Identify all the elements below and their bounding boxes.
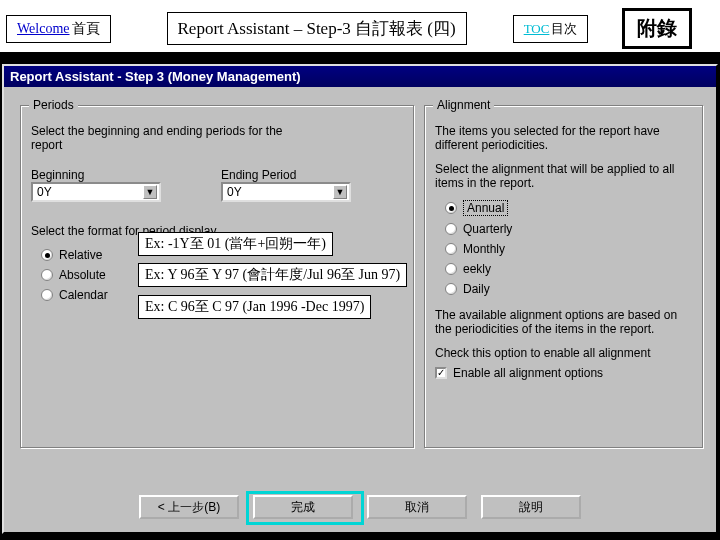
chevron-down-icon[interactable]: ▼: [333, 185, 347, 199]
radio-annual[interactable]: Annual: [445, 200, 693, 216]
help-button[interactable]: 說明: [481, 495, 581, 519]
radio-absolute-label: Absolute: [59, 268, 106, 282]
ending-label: Ending Period: [221, 168, 351, 182]
radio-weekly[interactable]: eekly: [445, 262, 693, 276]
beginning-combo[interactable]: 0Y ▼: [31, 182, 161, 202]
cancel-button[interactable]: 取消: [367, 495, 467, 519]
radio-dot-icon: [41, 269, 53, 281]
radio-monthly-label: Monthly: [463, 242, 505, 256]
radio-monthly[interactable]: Monthly: [445, 242, 693, 256]
alignment-note2: Check this option to enable all alignmen…: [435, 346, 693, 360]
alignment-desc1: The items you selected for the report ha…: [435, 124, 693, 152]
window-titlebar: Report Assistant - Step 3 (Money Managem…: [4, 66, 716, 87]
appendix-link[interactable]: 附錄: [622, 8, 692, 49]
finish-button[interactable]: 完成: [253, 495, 353, 519]
chevron-down-icon[interactable]: ▼: [143, 185, 157, 199]
alignment-note1: The available alignment options are base…: [435, 308, 693, 336]
radio-dot-icon: [41, 249, 53, 261]
enable-all-checkbox[interactable]: ✓ Enable all alignment options: [435, 366, 693, 380]
radio-weekly-label: eekly: [463, 262, 491, 276]
radio-annual-label: Annual: [463, 200, 508, 216]
annotation-relative: Ex: -1Y至 01 (當年+回朔一年): [138, 232, 333, 256]
back-button[interactable]: < 上一步(B): [139, 495, 239, 519]
welcome-home-link[interactable]: Welcome首頁: [6, 15, 111, 43]
periods-desc: Select the beginning and ending periods …: [31, 124, 291, 152]
radio-daily-label: Daily: [463, 282, 490, 296]
annotation-absolute: Ex: Y 96至 Y 97 (會計年度/Jul 96至 Jun 97): [138, 263, 407, 287]
dialog-button-row: < 上一步(B) 完成 取消 說明: [4, 495, 716, 519]
periods-legend: Periods: [29, 98, 78, 112]
enable-all-label: Enable all alignment options: [453, 366, 603, 380]
radio-daily[interactable]: Daily: [445, 282, 693, 296]
ending-combo[interactable]: 0Y ▼: [221, 182, 351, 202]
alignment-group: Alignment The items you selected for the…: [424, 105, 704, 449]
welcome-link-text: Welcome: [17, 21, 70, 37]
radio-calendar-label: Calendar: [59, 288, 108, 302]
radio-dot-icon: [445, 202, 457, 214]
radio-quarterly[interactable]: Quarterly: [445, 222, 693, 236]
radio-dot-icon: [41, 289, 53, 301]
beginning-value: 0Y: [37, 185, 52, 199]
alignment-desc2: Select the alignment that will be applie…: [435, 162, 693, 190]
radio-dot-icon: [445, 263, 457, 275]
alignment-legend: Alignment: [433, 98, 494, 112]
radio-dot-icon: [445, 283, 457, 295]
toc-link[interactable]: TOC目次: [513, 15, 589, 43]
radio-quarterly-label: Quarterly: [463, 222, 512, 236]
radio-relative-label: Relative: [59, 248, 102, 262]
checkbox-icon: ✓: [435, 367, 447, 379]
beginning-label: Beginning: [31, 168, 161, 182]
ending-value: 0Y: [227, 185, 242, 199]
page-title: Report Assistant – Step-3 自訂報表 (四): [167, 12, 467, 45]
radio-dot-icon: [445, 223, 457, 235]
annotation-calendar: Ex: C 96至 C 97 (Jan 1996 -Dec 1997): [138, 295, 371, 319]
welcome-suffix: 首頁: [72, 20, 100, 38]
slide-topbar: Welcome首頁 Report Assistant – Step-3 自訂報表…: [0, 0, 720, 57]
dialog-backdrop: Report Assistant - Step 3 (Money Managem…: [0, 52, 720, 540]
toc-link-text: TOC: [524, 21, 550, 36]
toc-suffix: 目次: [551, 21, 577, 36]
radio-dot-icon: [445, 243, 457, 255]
